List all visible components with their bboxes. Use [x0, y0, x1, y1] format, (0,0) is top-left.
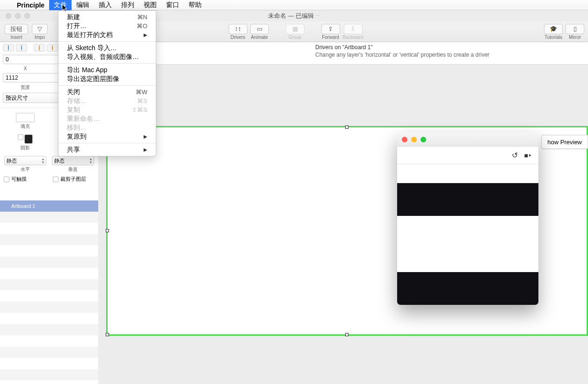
- handle-ml[interactable]: [106, 229, 109, 232]
- drivers-icon[interactable]: ⫶⫶: [229, 24, 247, 34]
- system-menubar: Principle 文件 编辑 插入 排列 视图 窗口 帮助: [0, 0, 588, 10]
- app-name[interactable]: Principle: [12, 1, 49, 9]
- preview-titlebar[interactable]: [397, 133, 538, 147]
- shadow-label: 阴影: [21, 145, 30, 151]
- menu-view[interactable]: 视图: [139, 0, 161, 10]
- show-preview-button[interactable]: how Preview: [541, 135, 588, 149]
- animate-label: Animate: [251, 35, 268, 40]
- traffic-lights: [0, 13, 30, 19]
- mirror-tool[interactable]: ▯ Mirror: [566, 22, 584, 42]
- import-icon[interactable]: ▽: [32, 24, 48, 34]
- preview-window[interactable]: ↺ ■‣: [397, 133, 538, 305]
- menu-item-最近打开的文档[interactable]: 最近打开的文档▶: [58, 30, 156, 39]
- menu-item-导入视频、音频或图像…[interactable]: 导入视频、音频或图像…: [58, 52, 156, 61]
- preview-toolbar: ↺ ■‣: [397, 147, 538, 164]
- import-label: Impo: [35, 35, 45, 40]
- clip-check[interactable]: [53, 177, 58, 182]
- menu-file[interactable]: 文件: [49, 0, 72, 10]
- drivers-tool[interactable]: ⫶⫶ Drivers: [229, 22, 247, 42]
- layer-row-artboard[interactable]: Artboard 1: [0, 200, 98, 212]
- backward-label: Backward: [343, 35, 363, 40]
- fill-label: 填充: [21, 123, 30, 130]
- minimize-dot[interactable]: [15, 13, 21, 19]
- fill-swatch[interactable]: [16, 113, 35, 122]
- mirror-label: Mirror: [569, 35, 581, 40]
- file-menu-dropdown: 新建⌘N打开…⌘O最近打开的文档▶从 Sketch 导入…导入视频、音频或图像……: [58, 10, 156, 156]
- handle-tm[interactable]: [345, 126, 348, 129]
- menu-item-导出选定图层图像[interactable]: 导出选定图层图像: [58, 74, 156, 83]
- zoom-dot[interactable]: [24, 13, 30, 19]
- align-center-h[interactable]: [16, 44, 27, 52]
- preview-close[interactable]: [402, 137, 407, 142]
- tutorials-tool[interactable]: 🎓 Tutorials: [544, 22, 563, 42]
- window-title-text: 未命名 — 已编辑: [268, 12, 314, 20]
- window-title[interactable]: 未命名 — 已编辑 ﹀: [268, 12, 320, 20]
- menu-item-新建[interactable]: 新建⌘N: [58, 13, 156, 22]
- menu-edit[interactable]: 编辑: [72, 0, 94, 10]
- drivers-label: Drivers: [231, 35, 246, 40]
- vertical-select[interactable]: 静态▴▾: [52, 156, 94, 165]
- drivers-panel: Drivers on "Artboard 1" Change any layer…: [98, 42, 588, 65]
- menu-item-移到…: 移到…: [58, 123, 156, 132]
- group-tool: ▦ Group: [286, 22, 305, 42]
- close-dot[interactable]: [6, 13, 11, 19]
- tutorials-label: Tutorials: [544, 35, 562, 40]
- forward-tool[interactable]: ⇪ Forward: [321, 22, 340, 42]
- menu-item-关闭[interactable]: 关闭⌘W: [58, 88, 156, 96]
- layer-stripes: [0, 212, 98, 384]
- insert-label: Insert: [10, 35, 22, 40]
- forward-icon[interactable]: ⇪: [321, 24, 340, 34]
- menu-item-重新命名…: 重新命名…: [58, 114, 156, 123]
- insert-button-box[interactable]: 按钮: [5, 24, 28, 34]
- menu-item-存储…: 存储…⌘S: [58, 96, 156, 105]
- preset-label: 预设尺寸: [6, 94, 28, 102]
- backward-icon: ⇩: [344, 24, 363, 34]
- align-middle[interactable]: [47, 44, 58, 52]
- drivers-title: Drivers on "Artboard 1": [315, 44, 588, 51]
- menu-item-复制: 复制⇧⌘S: [58, 105, 156, 114]
- chevron-down-icon: ﹀: [316, 13, 320, 19]
- preview-min[interactable]: [411, 137, 417, 142]
- menu-item-共享[interactable]: 共享▶: [58, 145, 156, 154]
- layers-list: Artboard 1: [0, 200, 98, 212]
- align-left[interactable]: [3, 44, 14, 52]
- mirror-icon[interactable]: ▯: [566, 24, 584, 34]
- preview-zoom[interactable]: [421, 137, 426, 142]
- menu-item-导出 Mac App[interactable]: 导出 Mac App: [58, 66, 156, 74]
- horizontal-select[interactable]: 静态▴▾: [4, 156, 46, 165]
- touchable-label: 可触摸: [11, 176, 27, 183]
- menu-insert[interactable]: 插入: [94, 0, 116, 10]
- camera-icon[interactable]: ■‣: [524, 152, 532, 159]
- menu-window[interactable]: 窗口: [161, 0, 184, 10]
- shadow-swatch[interactable]: [24, 134, 33, 144]
- menu-item-打开…[interactable]: 打开…⌘O: [58, 22, 156, 30]
- preview-strip-1: [397, 183, 538, 216]
- menu-help[interactable]: 帮助: [184, 0, 206, 10]
- preview-body: [397, 164, 538, 305]
- menu-item-从 Sketch 导入…[interactable]: 从 Sketch 导入…: [58, 44, 156, 52]
- preview-strip-2: [397, 272, 538, 305]
- clip-label: 裁剪子图层: [60, 176, 86, 183]
- drivers-hint: Change any layer's 'horizontal' or 'vert…: [315, 52, 588, 58]
- backward-tool: ⇩ Backward: [343, 22, 363, 42]
- insert-tool[interactable]: 按钮 Insert: [5, 22, 28, 42]
- h-label: 水平: [21, 166, 30, 173]
- tutorials-icon[interactable]: 🎓: [544, 24, 563, 34]
- x-label: X: [3, 66, 48, 71]
- group-label: Group: [289, 35, 302, 40]
- animate-tool[interactable]: ▭ Animate: [250, 22, 269, 42]
- align-top[interactable]: [34, 44, 45, 52]
- shadow-check[interactable]: [18, 134, 23, 140]
- v-label: 垂直: [68, 166, 78, 173]
- import-tool[interactable]: ▽ Impo: [32, 22, 48, 42]
- width-label: 宽度: [3, 84, 48, 91]
- handle-bm[interactable]: [345, 333, 348, 336]
- forward-label: Forward: [322, 35, 339, 40]
- menu-arrange[interactable]: 排列: [116, 0, 139, 10]
- handle-bl[interactable]: [106, 333, 109, 336]
- touchable-check[interactable]: [4, 177, 9, 182]
- animate-icon[interactable]: ▭: [250, 24, 269, 34]
- group-icon: ▦: [286, 24, 305, 34]
- undo-icon[interactable]: ↺: [512, 151, 518, 160]
- menu-item-复原到[interactable]: 复原到▶: [58, 132, 156, 141]
